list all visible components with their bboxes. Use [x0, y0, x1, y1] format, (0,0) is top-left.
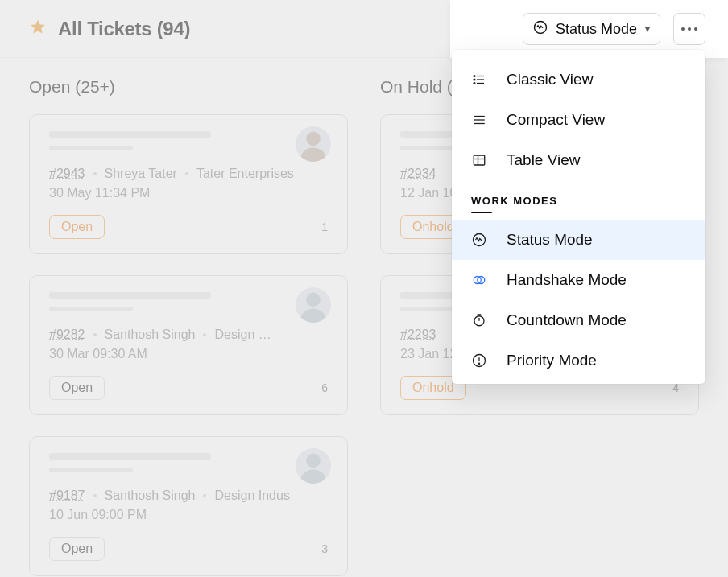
placeholder-line	[49, 307, 133, 311]
menu-item-label: Handshake Mode	[507, 271, 627, 289]
svg-rect-16	[474, 155, 485, 165]
ticket-count: 6	[321, 381, 328, 394]
status-badge[interactable]: Open	[49, 215, 105, 239]
ticket-meta: #2943 Shreya Tater Tater Enterprises	[49, 167, 328, 181]
ticket-who: Shreya Tater	[105, 167, 177, 181]
column-open: Open (25+) #2943 Shreya Tater Tater Ente…	[29, 77, 348, 577]
ticket-count: 3	[321, 542, 328, 555]
menu-item-label: Table View	[507, 151, 581, 169]
ticket-date: 10 Jun 09:00 PM	[49, 508, 328, 522]
ticket-id[interactable]: #2934	[400, 167, 436, 181]
ticket-id[interactable]: #2293	[400, 328, 436, 342]
view-mode-dropdown: Classic View Compact View Table View WOR…	[452, 50, 705, 384]
ticket-id[interactable]: #9187	[49, 488, 85, 503]
avatar	[296, 448, 331, 484]
lines-icon	[471, 112, 487, 128]
mode-select-button[interactable]: Status Mode ▾	[523, 13, 660, 45]
ticket-card[interactable]: #9187 Santhosh Singh Design Indus 10 Jun…	[29, 436, 348, 576]
ticket-card[interactable]: #2943 Shreya Tater Tater Enterprises 30 …	[29, 114, 348, 254]
ticket-date: 30 Mar 09:30 AM	[49, 347, 328, 361]
table-icon	[471, 152, 487, 168]
svg-point-7	[474, 76, 475, 77]
handshake-icon	[471, 272, 487, 288]
placeholder-line	[49, 453, 211, 460]
ticket-org: Design Indus	[214, 488, 289, 503]
ticket-meta: #9282 Santhosh Singh Design …	[49, 328, 328, 342]
svg-point-11	[474, 83, 475, 84]
activity-icon	[471, 232, 487, 248]
menu-item-handshake-mode[interactable]: Handshake Mode	[452, 260, 705, 300]
section-underline	[471, 212, 492, 213]
menu-item-table-view[interactable]: Table View	[452, 140, 705, 180]
ticket-count: 1	[321, 220, 328, 233]
svg-point-5	[301, 469, 326, 484]
menu-item-priority-mode[interactable]: Priority Mode	[452, 340, 705, 381]
mode-select-label: Status Mode	[556, 21, 637, 38]
priority-icon	[471, 352, 487, 369]
ticket-id[interactable]: #9282	[49, 328, 85, 342]
menu-item-countdown-mode[interactable]: Countdown Mode	[452, 300, 705, 340]
chevron-down-icon: ▾	[645, 23, 650, 35]
avatar	[296, 287, 331, 323]
ticket-date: 30 May 11:34 PM	[49, 186, 328, 200]
placeholder-line	[49, 131, 211, 138]
svg-point-2	[306, 293, 321, 307]
menu-item-label: Status Mode	[507, 231, 593, 249]
more-menu-button[interactable]	[673, 13, 705, 45]
ticket-meta: #9187 Santhosh Singh Design Indus	[49, 488, 328, 503]
menu-item-classic-view[interactable]: Classic View	[452, 60, 705, 100]
stopwatch-icon	[471, 312, 487, 328]
status-badge[interactable]: Open	[49, 537, 105, 561]
list-icon	[471, 72, 487, 88]
avatar	[296, 126, 331, 162]
ticket-id[interactable]: #2943	[49, 167, 85, 181]
menu-item-status-mode[interactable]: Status Mode	[452, 220, 705, 260]
page-title: All Tickets (94)	[58, 18, 190, 40]
ticket-who: Santhosh Singh	[105, 488, 196, 503]
menu-item-label: Compact View	[507, 111, 605, 129]
svg-point-3	[301, 308, 326, 323]
ticket-org: Design …	[214, 328, 271, 342]
svg-point-27	[478, 363, 479, 364]
status-badge[interactable]: Open	[49, 376, 105, 400]
svg-point-1	[301, 147, 326, 162]
menu-item-label: Classic View	[507, 71, 593, 89]
placeholder-line	[49, 146, 133, 150]
menu-item-label: Countdown Mode	[507, 311, 627, 329]
column-title: Open (25+)	[29, 77, 348, 97]
menu-item-label: Priority Mode	[507, 352, 597, 369]
ticket-who: Santhosh Singh	[105, 328, 196, 342]
ticket-card[interactable]: #9282 Santhosh Singh Design … 30 Mar 09:…	[29, 275, 348, 415]
dropdown-section-header: WORK MODES	[452, 180, 705, 212]
placeholder-line	[49, 468, 133, 472]
ticket-org: Tater Enterprises	[196, 167, 294, 181]
svg-point-0	[306, 132, 321, 146]
svg-point-4	[306, 454, 321, 468]
menu-item-compact-view[interactable]: Compact View	[452, 100, 705, 140]
activity-icon	[533, 20, 548, 39]
placeholder-line	[49, 292, 211, 299]
svg-point-9	[474, 79, 475, 80]
star-icon	[29, 19, 47, 39]
